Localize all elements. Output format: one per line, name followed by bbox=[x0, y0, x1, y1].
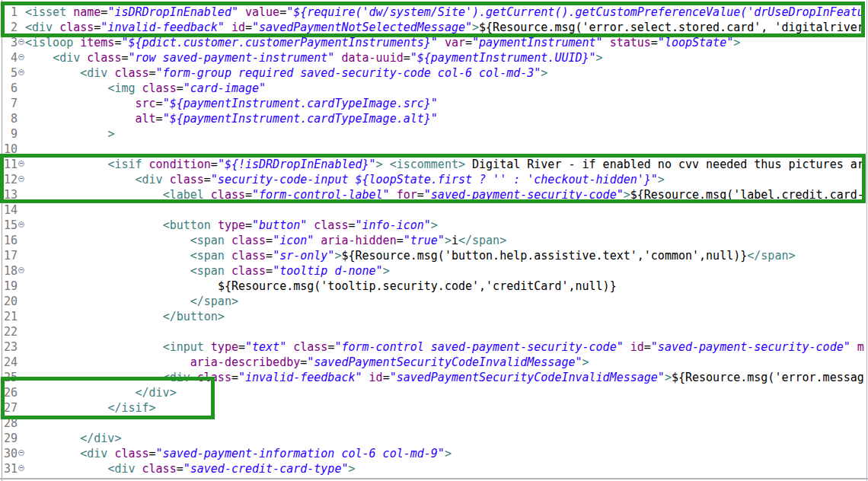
code-text[interactable]: <isloop items="${pdict.customer.customer… bbox=[25, 35, 868, 50]
code-line: 6 <img class="card-image" bbox=[0, 81, 868, 96]
collapse-minus-icon[interactable] bbox=[18, 69, 24, 75]
line-number: 11 bbox=[0, 157, 18, 172]
collapse-minus-icon[interactable] bbox=[18, 267, 24, 273]
code-text[interactable]: </div> bbox=[25, 385, 868, 400]
fold-column bbox=[18, 35, 25, 50]
line-number: 8 bbox=[0, 111, 18, 126]
fold-column bbox=[18, 370, 25, 385]
line-number: 15 bbox=[0, 218, 18, 233]
code-line: 3<isloop items="${pdict.customer.custome… bbox=[0, 35, 868, 50]
code-text[interactable]: </span> bbox=[25, 294, 868, 309]
code-text[interactable]: <img class="card-image" bbox=[25, 81, 868, 96]
code-text[interactable] bbox=[25, 202, 868, 218]
collapse-minus-icon[interactable] bbox=[18, 450, 24, 456]
code-line: 12 <div class="security-code-input ${loo… bbox=[0, 172, 868, 187]
fold-column bbox=[18, 248, 25, 263]
code-text[interactable]: <isset name="isDRDropInEnabled" value="$… bbox=[25, 5, 868, 20]
code-line: 4 <div class="row saved-payment-instrume… bbox=[0, 50, 868, 65]
fold-column bbox=[18, 172, 25, 187]
fold-column bbox=[18, 400, 25, 416]
code-line: 10 bbox=[0, 142, 868, 157]
line-number: 22 bbox=[0, 324, 18, 339]
fold-column bbox=[18, 233, 25, 248]
code-line: 29 </div> bbox=[0, 431, 868, 446]
code-text[interactable]: <span class="tooltip d-none"> bbox=[25, 263, 868, 279]
line-number: 25 bbox=[0, 370, 18, 385]
code-text[interactable]: src="${paymentInstrument.cardTypeImage.s… bbox=[25, 96, 868, 111]
fold-column bbox=[18, 309, 25, 324]
line-number: 31 bbox=[0, 461, 18, 476]
code-text[interactable]: <span class="sr-only">${Resource.msg('bu… bbox=[25, 248, 868, 263]
line-number: 23 bbox=[0, 339, 18, 355]
code-text[interactable]: </isif> bbox=[25, 400, 868, 416]
line-number: 13 bbox=[0, 187, 18, 202]
line-number: 24 bbox=[0, 355, 18, 370]
fold-column bbox=[18, 96, 25, 111]
window-bottom-border bbox=[0, 478, 868, 479]
code-text[interactable]: <div class="invalid-feedback" id="savedP… bbox=[25, 20, 868, 35]
fold-column bbox=[18, 263, 25, 279]
code-text[interactable]: <div class="form-group required saved-se… bbox=[25, 65, 868, 81]
fold-column bbox=[18, 20, 25, 35]
code-text[interactable]: <div class="security-code-input ${loopSt… bbox=[25, 172, 868, 187]
code-text[interactable]: <div class="invalid-feedback" id="savedP… bbox=[25, 370, 868, 385]
collapse-minus-icon[interactable] bbox=[18, 161, 24, 167]
code-line: 27 </isif> bbox=[0, 400, 868, 416]
code-line: 7 src="${paymentInstrument.cardTypeImage… bbox=[0, 96, 868, 111]
code-text[interactable]: > bbox=[25, 126, 868, 142]
code-text[interactable]: <div class="row saved-payment-instrument… bbox=[25, 50, 868, 65]
fold-column bbox=[18, 5, 25, 20]
code-text[interactable]: <span class="icon" aria-hidden="true">i<… bbox=[25, 233, 868, 248]
collapse-minus-icon[interactable] bbox=[18, 176, 24, 182]
code-line: 19 ${Resource.msg('tooltip.security.code… bbox=[0, 279, 868, 294]
line-number: 9 bbox=[0, 126, 18, 142]
fold-column bbox=[18, 142, 25, 157]
fold-column bbox=[18, 126, 25, 142]
collapse-minus-icon[interactable] bbox=[18, 39, 24, 45]
code-text[interactable]: <isif condition="${!isDRDropInEnabled}">… bbox=[25, 157, 868, 172]
code-lines: 1<isset name="isDRDropInEnabled" value="… bbox=[0, 5, 868, 476]
line-number: 7 bbox=[0, 96, 18, 111]
code-line: 13 <label class="form-control-label" for… bbox=[0, 187, 868, 202]
line-number: 4 bbox=[0, 50, 18, 65]
code-line: 28 bbox=[0, 416, 868, 431]
fold-column bbox=[18, 50, 25, 65]
line-number: 1 bbox=[0, 5, 18, 20]
code-text[interactable]: <label class="form-control-label" for="s… bbox=[25, 187, 868, 202]
code-text[interactable]: ${Resource.msg('tooltip.security.code','… bbox=[25, 279, 868, 294]
code-line: 21 </button> bbox=[0, 309, 868, 324]
code-text[interactable]: <button type="button" class="info-icon"> bbox=[25, 218, 868, 233]
collapse-minus-icon[interactable] bbox=[18, 221, 24, 228]
code-text[interactable]: </button> bbox=[25, 309, 868, 324]
fold-column bbox=[18, 324, 25, 339]
line-number: 14 bbox=[0, 202, 18, 218]
line-number: 19 bbox=[0, 279, 18, 294]
line-number: 6 bbox=[0, 81, 18, 96]
code-line: 20 </span> bbox=[0, 294, 868, 309]
code-text[interactable]: <div class="saved-credit-card-type"> bbox=[25, 461, 868, 476]
fold-column bbox=[18, 202, 25, 218]
line-number: 26 bbox=[0, 385, 18, 400]
code-line: 1<isset name="isDRDropInEnabled" value="… bbox=[0, 5, 868, 20]
collapse-minus-icon[interactable] bbox=[18, 465, 24, 471]
line-number: 28 bbox=[0, 416, 18, 431]
code-text[interactable] bbox=[25, 324, 868, 339]
code-text[interactable]: <div class="saved-payment-information co… bbox=[25, 446, 868, 461]
code-text[interactable] bbox=[25, 416, 868, 431]
line-number: 5 bbox=[0, 65, 18, 81]
collapse-minus-icon[interactable] bbox=[18, 54, 24, 60]
code-editor[interactable]: 1<isset name="isDRDropInEnabled" value="… bbox=[0, 0, 868, 481]
code-line: 25 <div class="invalid-feedback" id="sav… bbox=[0, 370, 868, 385]
fold-column bbox=[18, 294, 25, 309]
code-line: 31 <div class="saved-credit-card-type"> bbox=[0, 461, 868, 476]
code-text[interactable] bbox=[25, 142, 868, 157]
code-text[interactable]: </div> bbox=[25, 431, 868, 446]
line-number: 10 bbox=[0, 142, 18, 157]
fold-column bbox=[18, 416, 25, 431]
fold-column bbox=[18, 431, 25, 446]
code-text[interactable]: alt="${paymentInstrument.cardTypeImage.a… bbox=[25, 111, 868, 126]
fold-column bbox=[18, 81, 25, 96]
code-text[interactable]: aria-describedby="savedPaymentSecurityCo… bbox=[25, 355, 868, 370]
fold-column bbox=[18, 111, 25, 126]
code-text[interactable]: <input type="text" class="form-control s… bbox=[25, 339, 868, 355]
